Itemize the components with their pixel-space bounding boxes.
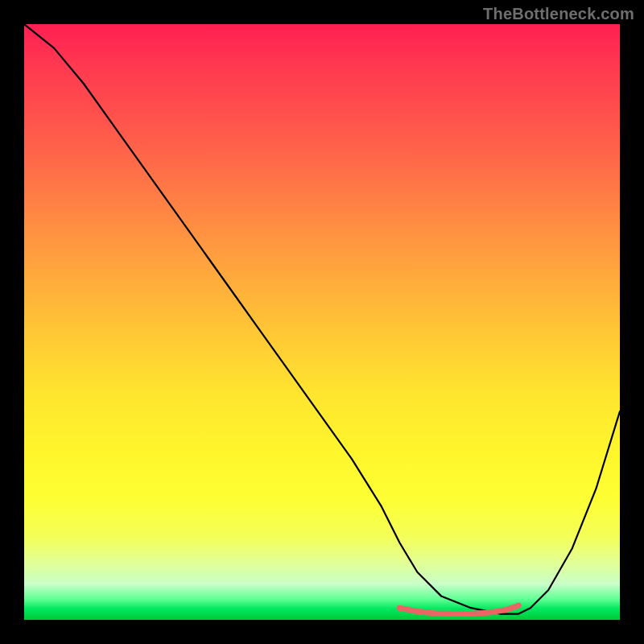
chart-frame: TheBottleneck.com <box>0 0 644 644</box>
plot-area <box>24 24 620 620</box>
chart-svg <box>24 24 620 620</box>
bottleneck-curve <box>24 24 620 614</box>
optimal-band <box>399 605 518 613</box>
watermark: TheBottleneck.com <box>483 5 634 23</box>
